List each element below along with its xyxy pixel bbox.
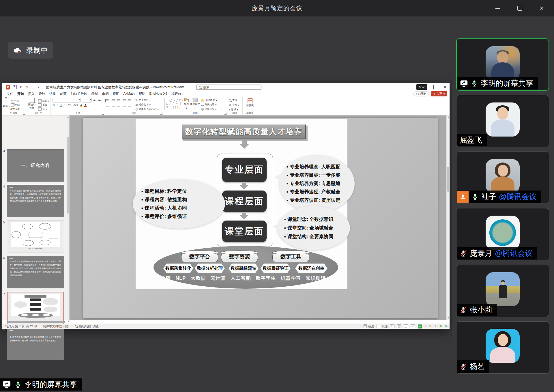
thumbnail-scrollbar-thumb[interactable]	[67, 137, 69, 214]
smartart-button[interactable]: ⬡转换为 SmartArt ▾	[135, 107, 158, 111]
search-box[interactable]: 搜索	[196, 85, 261, 90]
pane-collapse-icon[interactable]: ▼	[68, 320, 70, 323]
shape-gallery[interactable]: ▭ ◯ ╲ ╱ □ ⬭△ ▷ ⌒ ⇨ ⇩ ☆◻ 〜 ( ) { }	[164, 98, 183, 110]
cut-button[interactable]: ✂剪切	[11, 99, 20, 103]
ime-language-indicator[interactable]: 中	[418, 324, 422, 328]
participant-tile-xiuzi[interactable]: 袖子@腾讯会议	[456, 152, 549, 204]
thumbnail-slide-3[interactable]: 3 一、研究内容	[7, 149, 64, 182]
find-button[interactable]: 查找	[229, 98, 241, 102]
record-button[interactable]: 录制	[413, 91, 429, 96]
participant-tile-zhangxiaoli[interactable]: 张小莉	[456, 265, 549, 317]
dialog-launcher-icon[interactable]	[160, 113, 162, 115]
arrange-button[interactable]: 排列▾	[184, 98, 189, 111]
align-text-button[interactable]: ⊞对齐文本 ▾	[135, 103, 158, 107]
tab-foxit-pdf[interactable]: 福昕PDF	[169, 91, 187, 97]
columns-icon[interactable]	[128, 104, 131, 107]
new-slide-button[interactable]: 新建幻灯片	[27, 98, 37, 111]
undo-icon[interactable]: ↶	[19, 85, 23, 89]
grow-font-icon[interactable]: A▴	[93, 98, 97, 102]
accessibility-status[interactable]: 辅助功能: 调查	[75, 324, 99, 328]
line-spacing-icon[interactable]	[128, 99, 131, 102]
format-painter-button[interactable]: 格式刷	[11, 107, 20, 111]
addins-button[interactable]: 加载项	[243, 98, 257, 107]
character-spacing-icon[interactable]: AV	[67, 103, 71, 107]
minimize-button[interactable]	[491, 3, 504, 14]
ppt-restore-button[interactable]	[431, 85, 437, 89]
dialog-launcher-icon[interactable]	[224, 113, 227, 115]
replace-button[interactable]: ab替换 ▾	[229, 103, 241, 107]
tab-insert[interactable]: 插入	[26, 91, 37, 97]
thumbnail-slide-6[interactable]: 6 2. 研究深化专业与课程改革的路径和方法，聚焦人才培养、教学研究、智能技术应…	[7, 256, 64, 288]
tab-transitions[interactable]: 切换	[47, 91, 58, 97]
redo-icon[interactable]: ↻	[25, 85, 28, 89]
align-center-icon[interactable]	[112, 104, 115, 107]
section-button[interactable]: 节 ▾	[38, 107, 49, 111]
select-button[interactable]: 选择 ▾	[229, 108, 241, 111]
justify-icon[interactable]	[123, 104, 126, 107]
slide-sorter-view-button[interactable]	[397, 324, 401, 328]
normal-view-button[interactable]	[390, 324, 394, 328]
layout-button[interactable]: 版式 ▾	[38, 99, 49, 103]
dialog-launcher-icon[interactable]	[23, 113, 25, 115]
tab-help[interactable]: 帮助	[137, 91, 147, 97]
reading-view-button[interactable]	[404, 324, 408, 328]
strikethrough-button[interactable]: S	[64, 103, 65, 107]
tab-design[interactable]: 设计	[37, 91, 47, 97]
quick-styles-button[interactable]: 快速样式▾	[190, 98, 200, 111]
shrink-font-icon[interactable]: A▾	[98, 98, 102, 102]
share-button[interactable]: ⤴ 共享 ▾	[431, 91, 447, 96]
close-button[interactable]: ✕	[535, 3, 548, 14]
tab-axmath[interactable]: AxMath	[121, 91, 137, 96]
thumbnail-slide-4[interactable]: 4 1. 以产业数字化和数字产业化为导向，统筹战略规划部署，提升顶层设计的战略高…	[7, 185, 64, 217]
shape-fill-button[interactable]: 形状填充 ▾	[201, 99, 217, 102]
tab-view[interactable]: 视图	[111, 91, 121, 97]
slideshow-view-button[interactable]	[411, 324, 415, 328]
hscrollbar-thumb[interactable]	[7, 321, 65, 323]
ime-symbol-icon[interactable]: ⊥	[434, 325, 437, 328]
customize-qat-icon[interactable]: ▾	[38, 86, 39, 89]
scroll-down-icon[interactable]: ▼	[447, 317, 450, 319]
thumbnail-scrollbar[interactable]: ▲	[67, 116, 69, 319]
ime-music-icon[interactable]: ♪	[424, 325, 426, 328]
align-left-icon[interactable]	[106, 104, 109, 107]
thumbnail-slide-5[interactable]: 5 图1 人才培养新体系	[7, 221, 64, 253]
participant-tile-pangjingyue[interactable]: 庞景月@腾讯会议	[456, 208, 549, 260]
comments-button[interactable]: 批注	[377, 324, 388, 328]
vscrollbar-thumb[interactable]	[447, 167, 449, 192]
tab-endnote[interactable]: EndNote X9	[147, 91, 169, 96]
canvas-vscrollbar[interactable]: ▲ ▼	[446, 115, 450, 320]
slideshow-icon[interactable]	[31, 86, 35, 89]
tab-slideshow[interactable]: 幻灯片放映	[69, 91, 89, 97]
text-direction-button[interactable]: ⇅文字方向 ▾	[135, 98, 158, 102]
bullets-icon[interactable]	[106, 99, 109, 102]
scroll-up-icon[interactable]: ▲	[447, 116, 450, 119]
ime-globe-icon[interactable]: ⊕	[439, 325, 442, 328]
bold-button[interactable]: B	[53, 103, 55, 107]
font-size-dropdown[interactable]	[82, 98, 92, 102]
save-icon[interactable]	[13, 85, 17, 89]
align-right-icon[interactable]	[117, 104, 120, 107]
maximize-button[interactable]	[513, 3, 526, 14]
thumbnail-slide-8[interactable]: 8 3. 研究师资队伍数字化转型的路径和方法，以任务驱动提升教师数字化素养，赋能…	[7, 328, 64, 360]
italic-button[interactable]: I	[57, 103, 57, 107]
ppt-close-button[interactable]: ✕	[442, 85, 448, 89]
tab-animations[interactable]: 动画	[58, 91, 69, 97]
notes-button[interactable]: 备注	[364, 324, 374, 328]
font-color-button[interactable]: A	[84, 103, 87, 107]
tab-record[interactable]: 录制	[89, 91, 100, 97]
increase-indent-icon[interactable]	[123, 99, 126, 102]
underline-button[interactable]: U	[60, 103, 62, 107]
slide-canvas[interactable]: 数字化转型赋能高质量人才培养 专业层面 课程层面	[70, 115, 450, 320]
tab-home[interactable]: 开始	[15, 91, 26, 97]
font-name-dropdown[interactable]	[53, 98, 81, 102]
copy-button[interactable]: 复制	[11, 103, 20, 107]
shape-outline-button[interactable]: 形状轮廓 ▾	[201, 103, 217, 107]
numbering-icon[interactable]	[112, 99, 115, 102]
participant-tile-quyingfei[interactable]: 屈盈飞	[456, 95, 549, 147]
reset-button[interactable]: 重置	[38, 103, 49, 107]
tab-file[interactable]: 文件	[5, 91, 15, 97]
ime-simplified-indicator[interactable]: 简	[445, 325, 448, 328]
ime-pen-icon[interactable]: ✎	[429, 325, 431, 328]
highlight-color-button[interactable]: A	[80, 103, 82, 107]
participant-tile-liming-share[interactable]: 李明的屏幕共享	[456, 38, 549, 91]
